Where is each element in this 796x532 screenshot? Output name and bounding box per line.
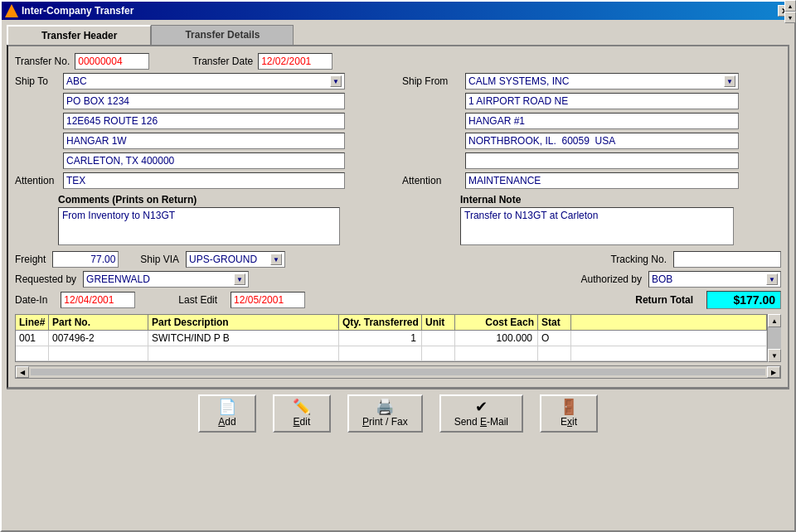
date-in-input[interactable] — [61, 292, 135, 308]
grid-hscrollbar[interactable]: ◀ ▶ — [15, 365, 781, 379]
add-label: Add — [218, 416, 235, 428]
internal-note-scroll-up[interactable]: ▲ — [784, 0, 796, 12]
add-button[interactable]: 📄 Add — [198, 394, 256, 433]
hscroll-right[interactable]: ▶ — [767, 366, 780, 378]
ship-to-row: Ship To ABC ▼ — [15, 73, 394, 89]
grid-scroll-down[interactable]: ▼ — [768, 349, 781, 362]
ship-via-arrow[interactable]: ▼ — [270, 254, 282, 265]
cell-empty — [339, 346, 422, 360]
authorized-arrow[interactable]: ▼ — [766, 273, 778, 285]
edit-button[interactable]: ✏️ Edit — [273, 394, 331, 433]
col-header-line: Line# — [16, 315, 49, 330]
ship-to-line3-row — [15, 113, 394, 129]
table-row[interactable] — [16, 346, 767, 361]
ship-from-line2-row — [402, 93, 781, 109]
ship-to-line2-row — [15, 93, 394, 109]
send-email-button[interactable]: ✔ Send E-Mail — [439, 394, 523, 433]
data-grid: Line# Part No. Part Description Qty. Tra… — [15, 314, 768, 362]
attention-right-input[interactable] — [465, 172, 739, 189]
tracking-input[interactable] — [673, 251, 781, 268]
hscroll-left[interactable]: ◀ — [16, 366, 29, 378]
internal-note-scroll-down[interactable]: ▼ — [784, 12, 796, 23]
ship-via-dropdown[interactable]: UPS-GROUND ▼ — [186, 251, 285, 268]
freight-label: Freight — [15, 254, 46, 265]
authorized-dropdown[interactable]: BOB ▼ — [648, 271, 781, 288]
ship-from-line3-input[interactable] — [465, 113, 739, 129]
return-total-label: Return Total — [635, 294, 693, 306]
ship-from-line2-input[interactable] — [465, 93, 739, 109]
requested-dropdown[interactable]: GREENWALD ▼ — [83, 271, 249, 288]
add-icon: 📄 — [218, 399, 236, 414]
transfer-no-input[interactable] — [75, 53, 149, 70]
table-row[interactable]: 001 007496-2 SWITCH/IND P B 1 100.000 O — [16, 331, 767, 346]
grid-vscrollbar: ▲ ▼ — [768, 314, 781, 362]
last-edit-input[interactable] — [231, 292, 305, 308]
date-in-label: Date-In — [15, 294, 47, 306]
ship-to-arrow[interactable]: ▼ — [330, 75, 342, 87]
tabs-row: Transfer Header Transfer Details — [7, 25, 789, 45]
last-edit-label: Last Edit — [178, 294, 217, 306]
authorized-label: Authorized by — [581, 273, 642, 285]
freight-input[interactable] — [52, 251, 119, 268]
col-header-stat: Stat — [538, 315, 571, 330]
exit-button[interactable]: 🚪 Exit — [540, 394, 598, 433]
exit-icon: 🚪 — [560, 399, 578, 414]
authorized-value: BOB — [652, 273, 672, 285]
attention-right-label: Attention — [402, 175, 460, 186]
requested-arrow[interactable]: ▼ — [234, 273, 245, 285]
transfer-info-row: Transfer No. Transfer Date — [15, 53, 781, 70]
ship-from-line5-input[interactable] — [465, 152, 739, 169]
cell-unit-001 — [422, 331, 455, 346]
comments-textarea[interactable] — [58, 207, 340, 245]
cell-empty — [148, 346, 339, 360]
attention-input[interactable] — [63, 172, 345, 189]
cell-empty — [538, 346, 571, 360]
window-title: Inter-Company Transfer — [22, 5, 133, 17]
ship-from-value: CALM SYSTEMS, INC — [468, 75, 569, 87]
email-icon: ✔ — [475, 399, 488, 414]
exit-label: Exit — [561, 416, 577, 428]
cell-empty — [571, 346, 767, 360]
ship-to-label: Ship To — [15, 75, 58, 87]
col-header-qty: Qty. Transferred — [339, 315, 422, 330]
grid-scroll-track[interactable] — [768, 327, 781, 349]
title-bar: Inter-Company Transfer ✕ — [2, 2, 794, 20]
form-area: Transfer No. Transfer Date Ship To ABC — [7, 45, 789, 389]
internal-note-section: Internal Note ▲ ▼ — [402, 194, 781, 248]
ship-to-line4-row — [15, 133, 394, 149]
edit-icon: ✏️ — [293, 399, 311, 414]
ship-to-value: ABC — [66, 75, 87, 87]
comments-label: Comments (Prints on Return) — [58, 194, 394, 206]
content-area: Transfer Header Transfer Details Transfe… — [2, 20, 794, 443]
internal-note-textarea[interactable] — [460, 207, 734, 245]
ship-via-label: Ship VIA — [140, 254, 179, 265]
ship-to-line3-input[interactable] — [63, 113, 345, 129]
tab-transfer-details[interactable]: Transfer Details — [151, 25, 294, 45]
hscroll-track[interactable] — [31, 369, 765, 375]
ship-to-line2-input[interactable] — [63, 93, 345, 109]
dates-row: Date-In Last Edit Return Total $177.00 — [15, 291, 781, 309]
attention-row: Attention — [15, 172, 394, 189]
grid-outer: Line# Part No. Part Description Qty. Tra… — [15, 314, 781, 362]
col-header-unit: Unit — [422, 315, 455, 330]
col-header-desc: Part Description — [148, 315, 339, 330]
transfer-date-input[interactable] — [258, 53, 332, 70]
ship-from-line3-row — [402, 113, 781, 129]
email-label: Send E-Mail — [454, 416, 508, 428]
ship-to-line5-input[interactable] — [63, 152, 345, 169]
ship-from-line4-input[interactable] — [465, 133, 739, 149]
print-label: Print / Fax — [362, 416, 408, 428]
ship-from-arrow[interactable]: ▼ — [724, 75, 735, 87]
tab-transfer-header[interactable]: Transfer Header — [7, 25, 151, 45]
print-fax-button[interactable]: 🖨️ Print / Fax — [347, 394, 423, 433]
tracking-label: Tracking No. — [610, 254, 667, 265]
attention-right-row: Attention — [402, 172, 781, 189]
col-header-extra — [571, 315, 767, 330]
ship-from-label: Ship From — [402, 75, 460, 87]
toolbar: 📄 Add ✏️ Edit 🖨️ Print / Fax ✔ Send E-Ma… — [7, 389, 789, 438]
ship-from-dropdown[interactable]: CALM SYSTEMS, INC ▼ — [465, 73, 739, 89]
internal-note-wrapper: ▲ ▼ — [460, 207, 781, 248]
ship-to-line4-input[interactable] — [63, 133, 345, 149]
ship-to-dropdown[interactable]: ABC ▼ — [63, 73, 345, 89]
grid-scroll-up[interactable]: ▲ — [768, 314, 781, 327]
